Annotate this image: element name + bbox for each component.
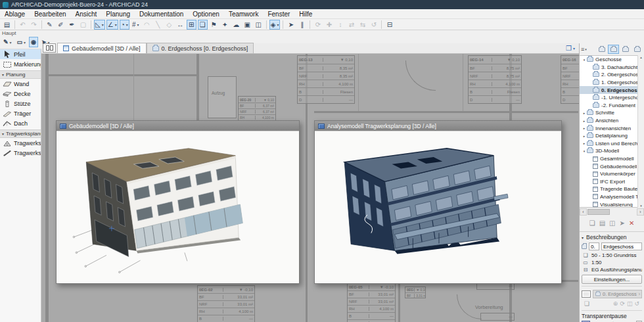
tree-item-visualisierung[interactable]: Visualisierung <box>580 200 644 208</box>
project-map-button[interactable] <box>596 45 607 54</box>
tree-item-3-dachaufsicht[interactable]: 3. Dachaufsicht <box>580 64 644 72</box>
dimension-button[interactable]: ↔ <box>175 20 185 30</box>
switch-reference-button[interactable]: ◫ <box>627 300 633 307</box>
navigator-settings-button[interactable]: ≡▾ <box>581 46 587 53</box>
markup-button[interactable]: ➤ <box>286 20 296 30</box>
tree-item-gesamtmodell[interactable]: Gesamtmodell <box>580 155 644 163</box>
organizer-button[interactable]: ◫ <box>254 20 264 30</box>
tree-item-volumenkörper[interactable]: Volumenkörper <box>580 170 644 178</box>
expand-icon[interactable]: ▾ <box>582 58 587 62</box>
beschreibungen-header[interactable]: ▾ Beschreibungen <box>582 233 642 241</box>
scroll-up-icon[interactable]: ▴ <box>640 55 642 59</box>
tree-item-gebäudemodell[interactable]: Gebäudemodell <box>580 162 644 170</box>
tool-tragwerks-analyse[interactable]: Tragwerks-A... <box>0 138 41 148</box>
menu-fenster[interactable]: Fenster <box>263 11 294 18</box>
flag-button[interactable]: ⚑ <box>209 20 219 30</box>
menu-dokumentation[interactable]: Dokumentation <box>135 11 188 18</box>
snap-points-button[interactable]: ◔▾ <box>120 20 129 30</box>
quick-tool-pen[interactable]: ✎▾ <box>1 37 14 47</box>
menu-hilfe[interactable]: Hilfe <box>294 11 317 18</box>
floating-window-analysemodell[interactable]: Analysemodell Tragwerksplanung [3D / All… <box>314 120 562 284</box>
expand-icon[interactable]: ▸ <box>582 141 587 145</box>
toolbox-group-planung[interactable]: ▾ Planung <box>0 70 41 79</box>
clone-folder-button[interactable]: ❏ <box>589 219 595 227</box>
bimcloud-button[interactable]: ☁ <box>231 20 241 30</box>
publisher-button[interactable] <box>632 45 643 54</box>
window-title-bar[interactable]: Gebäudemodell [3D / Alle] <box>57 121 299 131</box>
tree-item-0-erdgeschoss[interactable]: 0. Erdgeschoss <box>580 86 644 94</box>
tab-list-button[interactable]: ❐▾ <box>566 45 575 52</box>
open-view-button[interactable]: ➤ <box>620 219 625 227</box>
tool-traeger[interactable]: Träger <box>0 108 41 118</box>
toolbox-group-tragwerksplanung[interactable]: ▾ Tragwerksplanung <box>0 129 41 138</box>
favorites-button[interactable]: ✦ <box>220 20 230 30</box>
tab-erdgeschoss[interactable]: 0. Erdgeschoss [0. Erdgeschoss] <box>147 43 254 53</box>
tool-tragwerksverbindung[interactable]: Tragwerksver... <box>0 148 41 158</box>
tree-item-detailplanung[interactable]: ▸Detailplanung <box>580 132 644 140</box>
tool-decke[interactable]: Decke <box>0 89 41 99</box>
expand-icon[interactable]: ▸ <box>582 119 587 123</box>
menu-optionen[interactable]: Optionen <box>188 11 224 18</box>
layout-book-button[interactable] <box>620 45 631 54</box>
quick-tool-marquee[interactable]: ▭▾ <box>15 37 28 47</box>
snap-guides-button[interactable]: ∠▾ <box>106 20 118 30</box>
expand-icon[interactable]: ▸ <box>582 134 587 138</box>
tab-gebaeudemodell[interactable]: Gebäudemodell [3D / Alle] <box>57 43 147 53</box>
menu-teamwork[interactable]: Teamwork <box>224 11 264 18</box>
print-button[interactable]: ⊟ <box>384 20 394 30</box>
3d-styles-button[interactable]: ◈▾ <box>269 20 281 30</box>
3d-viewport[interactable] <box>315 131 561 283</box>
floating-window-gebaeudemodell[interactable]: Gebäudemodell [3D / Alle] <box>56 120 300 284</box>
tree-item-3d-modell[interactable]: ▾3D-Modell <box>580 147 644 155</box>
add-reference-button[interactable]: ⊕ <box>613 300 618 307</box>
inject-parameters-button[interactable]: ✒ <box>67 20 77 30</box>
tool-markierung[interactable]: Markierungs... <box>0 59 41 69</box>
menu-planung[interactable]: Planung <box>101 11 135 18</box>
einstellungen-button[interactable]: Einstellungen... <box>582 275 642 284</box>
scroll-right-icon[interactable]: › <box>637 208 644 216</box>
tool-wand[interactable]: Wand <box>0 79 41 89</box>
tree-item-ifc-export[interactable]: IFC Export <box>580 178 644 186</box>
delete-button[interactable]: ✕ <box>629 219 634 227</box>
tree-item-1-obergeschoss[interactable]: 1. Obergeschoss <box>580 79 644 87</box>
tree-horizontal-scrollbar[interactable]: ‹ › <box>580 208 644 216</box>
quick-tool-active[interactable]: ◉ <box>29 37 38 47</box>
expand-icon[interactable]: ▸ <box>582 126 587 130</box>
parameter-transfer-button[interactable]: ✎ <box>45 20 55 30</box>
refresh-reference-button[interactable]: ⟳ <box>620 300 625 307</box>
expand-icon[interactable]: ▾ <box>582 149 587 153</box>
rotate-reference-button[interactable]: ↺ <box>634 300 639 307</box>
pick-up-parameters-button[interactable]: ✐ <box>56 20 66 30</box>
tree-item--1-untergeschoss[interactable]: -1. Untergeschoss <box>580 94 644 102</box>
new-viewpoint-button[interactable]: ▤ <box>599 219 605 227</box>
tree-vertical-scrollbar[interactable]: ▴▾ <box>637 55 644 208</box>
tool-stuetze[interactable]: Stütze <box>0 99 41 108</box>
story-number-field[interactable] <box>589 242 599 250</box>
tree-item-2-obergeschoss[interactable]: 2. Obergeschoss <box>580 71 644 79</box>
open-save-button[interactable]: ▤ <box>2 20 12 30</box>
guide-lines-button[interactable]: ◺▾ <box>94 20 105 30</box>
tree-item-geschosse[interactable]: ▾Geschosse <box>580 56 644 64</box>
tree-item-tragende-bauteile[interactable]: Tragende Bauteile <box>580 185 644 193</box>
plan-canvas[interactable]: Aufzug — Vorbereitung — Gebäudemodell [3… <box>41 54 579 322</box>
tree-item-schnitte[interactable]: ▸Schnitte <box>580 109 644 117</box>
drawing-manager-button[interactable]: ▣ <box>242 20 252 30</box>
reference-dropdown[interactable]: 0. Erdgeschoss [Akt... › <box>593 290 642 298</box>
menu-bearbeiten[interactable]: Bearbeiten <box>30 11 70 18</box>
expand-icon[interactable]: ▸ <box>582 111 587 115</box>
save-view-button[interactable]: ◫ <box>609 219 615 227</box>
window-title-bar[interactable]: Analysemodell Tragwerksplanung [3D / All… <box>315 121 561 131</box>
menu-ablage[interactable]: Ablage <box>0 11 30 18</box>
fit-in-window-button[interactable]: ⊞ <box>187 20 196 30</box>
tool-dach[interactable]: Dach <box>0 118 41 128</box>
tab-overview-button[interactable] <box>43 43 56 53</box>
trace-reference-button[interactable]: ∥ <box>297 20 307 30</box>
grid-snap-button[interactable]: #▾ <box>131 20 141 30</box>
story-name-field[interactable] <box>601 242 642 250</box>
scroll-left-icon[interactable]: ‹ <box>580 208 587 216</box>
tree-item--2-fundament[interactable]: -2. Fundament <box>580 102 644 110</box>
show-selection-3d-button[interactable]: ❏ <box>198 20 208 30</box>
scrollbar-thumb[interactable] <box>587 209 610 215</box>
copy-reference-button[interactable]: ❏ <box>584 300 589 307</box>
tree-item-analysemodell-tragwerksplanung[interactable]: Analysemodell Tragwerksplanung <box>580 193 644 201</box>
